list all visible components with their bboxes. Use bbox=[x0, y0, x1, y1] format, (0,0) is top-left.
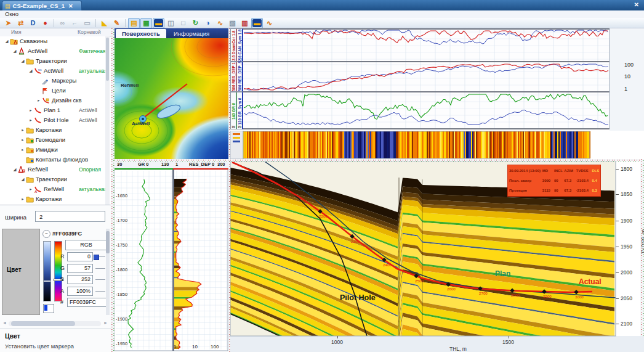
properties-hscrollbar-thumb[interactable] bbox=[11, 321, 75, 326]
tree-item-label: Plan 1 bbox=[44, 105, 60, 115]
tab-close-icon[interactable]: ✕ bbox=[68, 3, 73, 9]
color-channel-rows: R0G57B252A100%#FF0039FC bbox=[60, 252, 110, 309]
vertical-log-tracks[interactable]: 30 GR 0 130 1 RES_DEP 0 300 -1650-1700-1… bbox=[115, 162, 228, 352]
design-mode-icon[interactable]: D bbox=[27, 18, 39, 28]
depth-tick-label: -1850 bbox=[116, 292, 127, 297]
map-view-icon[interactable]: ▤ bbox=[128, 18, 140, 28]
tree-expander-icon[interactable]: ▸ bbox=[28, 184, 34, 194]
connect-icon[interactable]: ⇄ bbox=[15, 18, 26, 28]
channel-input[interactable]: 0 bbox=[67, 252, 93, 261]
tree-expander-icon[interactable]: ◢ bbox=[20, 56, 26, 66]
hscroll-right-icon[interactable]: ► bbox=[103, 321, 108, 325]
gr-curve-name: GR 0 bbox=[138, 162, 149, 167]
tree-expander-icon[interactable]: ▸ bbox=[28, 115, 34, 125]
curve-scale-label: 2.6 DownCor 1.8 bbox=[231, 30, 236, 61]
tree-item-fluid-contacts[interactable]: Контакты флюидов bbox=[0, 155, 105, 165]
tree-item-images[interactable]: ▸Имиджи bbox=[0, 145, 105, 155]
channel-input[interactable]: FF0039FC bbox=[67, 298, 107, 307]
tile-windows-icon[interactable]: ◫ bbox=[165, 18, 177, 28]
tree-item-plan-1[interactable]: ▸Plan 1ActWell bbox=[0, 105, 105, 115]
shade-gradient-strip[interactable] bbox=[43, 241, 51, 301]
channel-slider[interactable] bbox=[95, 291, 105, 292]
fluid-icon[interactable]: ◑ bbox=[202, 18, 214, 28]
properties-vscrollbar[interactable] bbox=[106, 229, 110, 315]
info-cell: -2103.4 bbox=[576, 179, 592, 182]
tree-item-pilot-hole[interactable]: ▸Pilot HoleActWell bbox=[0, 115, 105, 125]
tree-item-logs-ref[interactable]: ▸Каротажи bbox=[0, 194, 105, 204]
tree-item-wells[interactable]: ◢Скважины bbox=[0, 36, 105, 46]
surface-map[interactable]: RefWell ActWell bbox=[115, 38, 228, 159]
channel-slider[interactable] bbox=[95, 256, 105, 257]
properties-vscrollbar-thumb[interactable] bbox=[106, 231, 110, 253]
tree-item-trajectories-ref[interactable]: ◢Траектории bbox=[0, 174, 105, 184]
tree-item-refwell[interactable]: ◢RRefWellОпорная bbox=[0, 165, 105, 174]
tree-expander-icon[interactable]: ▸ bbox=[20, 125, 26, 135]
tree-item-geomodels[interactable]: ▸Геомодели bbox=[0, 135, 105, 145]
histogram-icon[interactable]: ▥ bbox=[239, 18, 251, 28]
tree-expander-icon[interactable]: ▸ bbox=[20, 194, 26, 204]
window-close-icon[interactable]: ✕ bbox=[634, 1, 639, 8]
select-hand-icon[interactable]: ➤ bbox=[2, 18, 14, 28]
correlation-log-tracks[interactable]: 2.6 DownCor 1.82.6 CAN_Sym 1.8500 RES_DE… bbox=[230, 28, 644, 129]
wave-icon[interactable]: ∿ bbox=[264, 18, 275, 28]
tree-item-markers[interactable]: Маркеры bbox=[0, 76, 105, 86]
tree-item-well-design[interactable]: ▸Дизайн скв bbox=[0, 96, 105, 105]
color-mode-select[interactable]: RGB bbox=[65, 240, 107, 250]
tab-surface[interactable]: Поверхность bbox=[116, 29, 166, 38]
tree-expander-icon[interactable]: ◢ bbox=[28, 66, 34, 76]
tree-expander-icon[interactable]: ◢ bbox=[4, 36, 10, 46]
tree-expander-icon[interactable]: ◢ bbox=[12, 165, 18, 174]
thl-tick-label: 1500 bbox=[502, 339, 514, 345]
refresh-icon[interactable]: ↻ bbox=[190, 18, 201, 28]
brush-icon[interactable]: ✎ bbox=[111, 18, 123, 28]
folder-icon bbox=[26, 127, 36, 134]
width-input[interactable]: 2 bbox=[35, 211, 105, 222]
tree-expander-icon[interactable]: ▸ bbox=[36, 96, 42, 105]
channel-slider[interactable] bbox=[95, 279, 105, 280]
tree-item-trajectories-act[interactable]: ◢Траектории bbox=[0, 56, 105, 66]
menu-window[interactable]: Окно bbox=[5, 10, 18, 17]
tree-item-refwell-trajectory[interactable]: ▸ARefWellактуальная bbox=[0, 184, 105, 194]
channel-slider[interactable] bbox=[95, 268, 105, 269]
tab-information[interactable]: Информация bbox=[167, 29, 215, 38]
tree-expander-icon[interactable]: ▸ bbox=[20, 135, 26, 145]
info-table-header: 30.09.2014 (13:00)MDINCLAZIMTVDSSDLS bbox=[509, 166, 599, 176]
grid-view-icon[interactable]: ▦ bbox=[140, 18, 152, 28]
spectral-image-strip[interactable] bbox=[230, 131, 644, 159]
slider-thumb[interactable] bbox=[94, 255, 99, 260]
document-tab[interactable]: ▤ CS-Example_CS_1 ✕ bbox=[2, 1, 82, 10]
tree-scrollbar-thumb[interactable] bbox=[106, 38, 109, 81]
map-tab-bar: Поверхность Информация bbox=[115, 28, 228, 38]
tree-expander-icon[interactable]: ◢ bbox=[20, 174, 26, 184]
region-select-icon[interactable]: □ bbox=[177, 18, 189, 28]
column-header-name: Имя bbox=[11, 29, 22, 35]
node-icon[interactable]: ⌐ bbox=[69, 18, 81, 28]
image-view-icon[interactable]: ▬ bbox=[153, 18, 164, 28]
curve-icon[interactable]: ∿ bbox=[214, 18, 226, 28]
measure-icon[interactable]: ◣ bbox=[99, 18, 110, 28]
channel-input[interactable]: 252 bbox=[67, 275, 93, 284]
channel-label: A bbox=[60, 288, 67, 294]
tree-item-actwell-trajectory[interactable]: ◢MDActWellактуальная bbox=[0, 66, 105, 76]
tree-scrollbar[interactable] bbox=[105, 36, 110, 205]
hscroll-left-icon[interactable]: ◄ bbox=[2, 321, 7, 325]
tree-expander-icon[interactable]: ▸ bbox=[28, 105, 34, 115]
res-scale-max: 300 bbox=[217, 162, 225, 167]
frame-icon[interactable]: ▭ bbox=[81, 18, 93, 28]
collapse-color-icon[interactable]: − bbox=[42, 230, 50, 238]
channel-input[interactable]: 57 bbox=[67, 264, 93, 273]
link-icon[interactable]: ∞ bbox=[57, 18, 68, 28]
tree-expander-icon[interactable]: ◢ bbox=[12, 46, 18, 56]
channel-input[interactable]: 100% bbox=[67, 287, 93, 296]
crossplot-icon[interactable]: ▧ bbox=[227, 18, 238, 28]
section-view-icon[interactable]: ▬ bbox=[251, 18, 263, 28]
properties-hscrollbar[interactable] bbox=[9, 321, 101, 326]
tree-item-label: Pilot Hole bbox=[44, 115, 69, 125]
tree-item-targets[interactable]: Цели bbox=[0, 86, 105, 96]
tree-item-actwell[interactable]: ◢ActWellФактичная bbox=[0, 46, 105, 56]
record-icon[interactable]: ● bbox=[39, 18, 51, 28]
tree-expander-icon[interactable]: ▸ bbox=[20, 145, 26, 155]
tree-item-logs-act[interactable]: ▸Каротажи bbox=[0, 125, 105, 135]
project-tree[interactable]: ◢Скважины◢ActWellФактичная◢Траектории◢MD… bbox=[0, 36, 105, 205]
cross-section-view[interactable]: 220023002400250026002700280029003000 30.… bbox=[230, 162, 644, 352]
